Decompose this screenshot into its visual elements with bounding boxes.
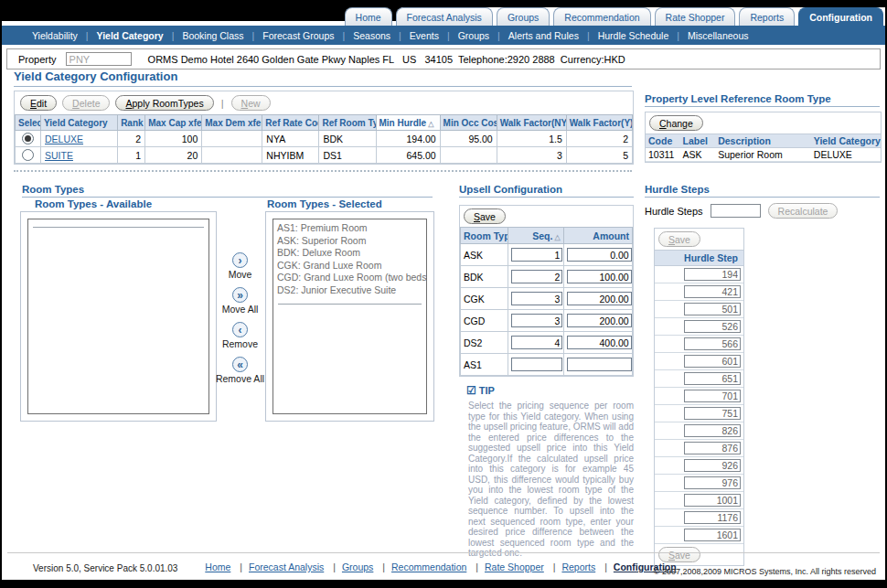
amount-input[interactable] <box>567 358 632 371</box>
main-tab[interactable]: Reports <box>739 7 795 26</box>
upsell-row: CGD <box>461 310 633 332</box>
cell-walk-factor-y: 2 <box>566 131 632 147</box>
subnav-item[interactable]: Hurdle Schedule <box>579 30 668 41</box>
amount-input[interactable] <box>567 292 632 305</box>
main-tab[interactable]: Configuration <box>798 7 883 26</box>
col-max-dem-xfer[interactable]: Max Dem xfer <box>202 115 262 131</box>
yield-category-table: Select Yield Category Rank Max Cap xfer … <box>15 114 633 164</box>
select-radio[interactable] <box>22 133 34 144</box>
col-min-hurdle-sorted[interactable]: Min Hurdle△ <box>376 115 440 131</box>
hurdle-step-row <box>655 440 743 457</box>
hurdle-step-row <box>655 492 743 509</box>
yield-category-link[interactable]: DELUXE <box>45 134 83 144</box>
hurdle-step-input[interactable] <box>684 424 741 437</box>
shuttle-button[interactable]: ‹ <box>232 322 248 337</box>
col-ref-room-type[interactable]: Ref Room Type <box>319 115 376 131</box>
main-tab[interactable]: Rate Shopper <box>655 7 736 26</box>
shuttle-button[interactable]: › <box>232 252 248 268</box>
amount-input[interactable] <box>567 248 632 262</box>
property-input[interactable] <box>66 52 132 66</box>
hurdle-step-input[interactable] <box>684 268 741 281</box>
hurdle-step-input[interactable] <box>684 494 741 507</box>
amount-input[interactable] <box>567 270 632 283</box>
selected-room-type-option[interactable]: DS2: Junior Executive Suite <box>273 284 426 297</box>
subnav-item[interactable]: Alerts and Rules <box>489 30 579 41</box>
hurdle-step-input[interactable] <box>684 337 741 350</box>
seq-input[interactable] <box>511 292 562 305</box>
hurdle-step-input[interactable] <box>684 442 741 454</box>
col-description: Description <box>715 134 811 148</box>
apply-roomtypes-button[interactable]: Apply RoomTypes <box>115 95 213 111</box>
hurdle-step-input[interactable] <box>684 320 741 333</box>
main-tab[interactable]: Groups <box>497 7 550 26</box>
footer-link[interactable]: Reports <box>561 561 595 572</box>
seq-input[interactable] <box>511 248 562 262</box>
selected-room-type-option[interactable]: AS1: Premium Room <box>273 222 426 235</box>
shuttle-button[interactable]: « <box>232 357 248 372</box>
hurdle-step-input[interactable] <box>684 529 741 541</box>
upsell-header-row: Room Type Seq.△ Amount <box>461 228 633 244</box>
footer-link[interactable]: Rate Shopper <box>485 561 544 572</box>
main-tab-label: Rate Shopper <box>666 12 725 23</box>
col-min-occ-cost[interactable]: Min Occ Cost <box>440 115 497 131</box>
hurdle-step-row <box>655 457 743 475</box>
amount-input[interactable] <box>567 336 632 349</box>
footer-link[interactable]: Recommendation <box>391 561 466 572</box>
subnav-item[interactable]: Forecast Groups <box>244 30 335 41</box>
selected-room-type-option[interactable]: BDK: Deluxe Room <box>273 247 426 260</box>
hurdle-step-input[interactable] <box>684 511 741 524</box>
change-button[interactable]: Change <box>649 115 703 131</box>
edit-button[interactable]: Edit <box>20 95 57 111</box>
hurdle-step-input[interactable] <box>684 476 741 489</box>
upsell-save-button[interactable]: Save <box>464 208 506 224</box>
hurdle-step-input[interactable] <box>684 355 741 368</box>
selected-room-type-option[interactable]: ASK: Superior Room <box>273 235 426 248</box>
room-types-available-listbox[interactable] <box>27 219 209 414</box>
subnav-item[interactable]: Miscellaneous <box>668 30 748 41</box>
shuttle-button[interactable]: » <box>232 287 248 303</box>
col-seq[interactable]: Seq.△ <box>508 228 563 244</box>
amount-input[interactable] <box>567 314 632 327</box>
property-info: ORMS Demo Hotel 2640 Golden Gate Pkwy Na… <box>148 54 625 65</box>
hurdle-step-input[interactable] <box>684 390 741 402</box>
footer-link[interactable]: Home <box>205 561 230 572</box>
main-tab[interactable]: Home <box>345 7 392 26</box>
footer-link[interactable]: Groups <box>342 561 373 572</box>
main-tab[interactable]: Forecast Analysis <box>396 7 493 26</box>
col-ref-rate-code[interactable]: Ref Rate Code <box>262 115 319 131</box>
hurdle-step-input[interactable] <box>684 285 741 298</box>
selected-room-type-option[interactable]: CGD: Grand Luxe Room (two beds) <box>273 272 426 284</box>
selected-room-type-option[interactable]: CGK: Grand Luxe Room <box>273 260 426 273</box>
hurdle-steps-count-input[interactable] <box>711 204 761 218</box>
hurdle-step-row <box>655 527 743 544</box>
col-rank[interactable]: Rank <box>118 115 145 131</box>
seq-input[interactable] <box>511 358 562 371</box>
hurdle-step-input[interactable] <box>684 459 741 472</box>
select-radio[interactable] <box>22 149 34 161</box>
list-separator <box>33 227 204 228</box>
hurdle-step-input[interactable] <box>684 372 741 385</box>
col-max-cap-xfer[interactable]: Max Cap xfer <box>145 115 202 131</box>
subnav-item[interactable]: Yield Category <box>78 30 164 41</box>
subnav-item[interactable]: Yieldability <box>32 30 78 41</box>
yield-category-link[interactable]: SUITE <box>45 150 73 161</box>
hurdle-step-input[interactable] <box>684 407 741 420</box>
hurdle-step-input[interactable] <box>684 303 741 315</box>
col-walk-factor-y[interactable]: Walk Factor(Y) <box>566 115 632 131</box>
sort-ascending-icon: △ <box>554 233 560 241</box>
main-tab[interactable]: Recommendation <box>553 7 650 26</box>
subnav-item[interactable]: Events <box>390 30 439 41</box>
footer-link[interactable]: Forecast Analysis <box>249 561 324 572</box>
bottom-border-strip <box>2 580 885 586</box>
hurdle-step-row <box>655 283 743 301</box>
subnav-item[interactable]: Seasons <box>334 30 390 41</box>
seq-input[interactable] <box>511 336 562 349</box>
subnav-item[interactable]: Groups <box>439 30 489 41</box>
yield-category-row: SUITE 1 20 NHYIBM DS1 645.00 3 5 <box>16 147 633 164</box>
col-walk-factor-ny[interactable]: Walk Factor(NY) <box>497 115 566 131</box>
seq-input[interactable] <box>511 314 562 327</box>
room-types-selected-listbox[interactable]: AS1: Premium RoomASK: Superior RoomBDK: … <box>273 219 427 414</box>
col-yield-category[interactable]: Yield Category <box>41 115 118 131</box>
seq-input[interactable] <box>511 270 562 283</box>
subnav-item[interactable]: Booking Class <box>164 30 244 41</box>
